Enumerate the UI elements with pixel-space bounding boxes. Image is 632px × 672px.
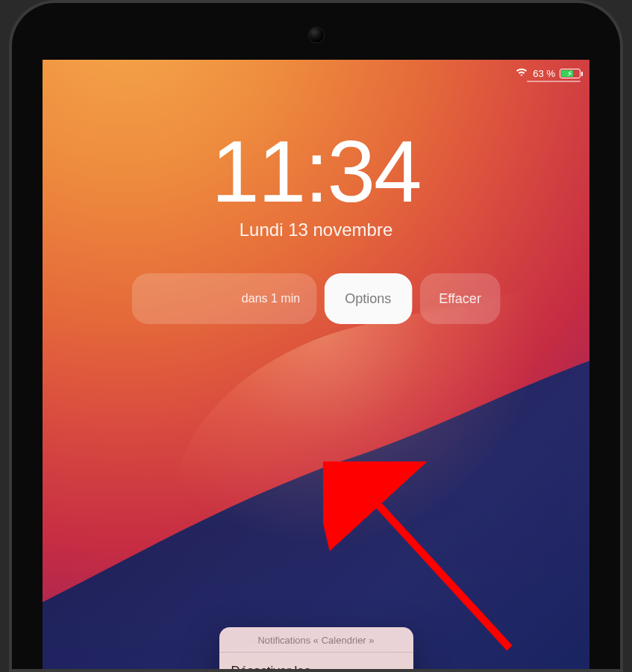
status-underline [527,81,581,82]
lock-screen: 63 % ⚡︎ 11:34 Lundi 13 novembre dans 1 m… [43,60,589,669]
wallpaper-wave [43,329,589,669]
options-label: Options [345,291,391,307]
front-camera [308,27,325,43]
notification-card-blurred [202,346,431,412]
notification-timing: dans 1 min [242,292,300,305]
clear-label: Effacer [439,291,481,307]
clock-date: Lundi 13 novembre [43,220,589,240]
options-popup: Notifications « Calendrier » Désactiver … [219,627,413,669]
clear-button[interactable]: Effacer [419,273,501,324]
popup-item-disable-urgent[interactable]: Désactiver les notifications urgentes [219,652,413,669]
notification-action-row: dans 1 min Options Effacer [131,273,501,324]
ipad-frame: 63 % ⚡︎ 11:34 Lundi 13 novembre dans 1 m… [9,0,623,672]
battery-percent-label: 63 % [533,68,555,79]
charging-icon: ⚡︎ [567,69,572,78]
app-icon-blurred [213,364,245,397]
options-button[interactable]: Options [324,273,412,324]
clock-time: 11:34 [43,128,589,215]
status-bar: 63 % ⚡︎ [515,67,581,79]
lock-clock: 11:34 Lundi 13 novembre [43,128,589,240]
wifi-icon [515,67,528,79]
notification-summary[interactable]: dans 1 min [131,273,316,324]
ipad-bezel: 63 % ⚡︎ 11:34 Lundi 13 novembre dans 1 m… [12,3,620,669]
popup-title: Notifications « Calendrier » [219,627,413,652]
battery-icon: ⚡︎ [560,69,581,78]
popup-item-label: Désactiver les notifications urgentes [231,663,385,669]
